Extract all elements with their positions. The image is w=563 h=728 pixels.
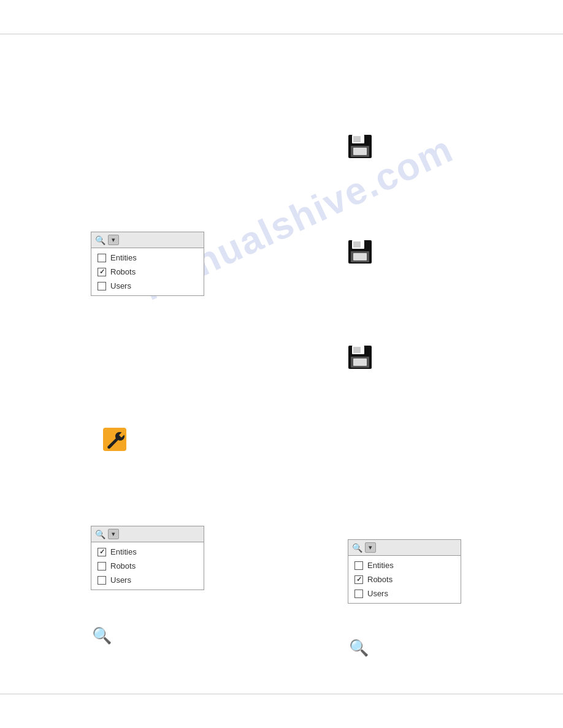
checkbox-entities-box-bottom-right[interactable] (354, 561, 363, 570)
checkbox-users-bottom-left[interactable]: Users (98, 575, 197, 585)
svg-rect-12 (353, 347, 361, 353)
checkbox-users-label-bottom-right: Users (367, 589, 388, 598)
checkbox-users-box-top-left[interactable] (98, 282, 106, 290)
svg-rect-14 (353, 358, 367, 366)
checkbox-robots-label-top-left: Robots (110, 267, 136, 276)
checkbox-robots-bottom-right[interactable]: Robots (354, 575, 454, 584)
checkbox-entities-label-bottom-left: Entities (110, 547, 137, 556)
checkbox-entities-top-left[interactable]: Entities (98, 253, 197, 262)
top-divider (0, 34, 563, 34)
dropdown-items-bottom-right: Entities Robots Users (348, 556, 461, 603)
search-icon-bottom-right: 🔍 (352, 543, 362, 553)
checkbox-entities-label-bottom-right: Entities (367, 561, 394, 570)
checkbox-users-label-bottom-left: Users (110, 575, 131, 585)
checkbox-users-top-left[interactable]: Users (98, 281, 197, 290)
svg-rect-9 (353, 253, 367, 260)
floppy-icon-3 (347, 344, 373, 372)
dropdown-header-bottom-right[interactable]: 🔍 ▾ (348, 540, 461, 556)
dropdown-arrow-bottom-right[interactable]: ▾ (365, 542, 376, 553)
dropdown-top-left: 🔍 ▾ Entities Robots Users (91, 232, 204, 296)
svg-rect-7 (353, 241, 361, 248)
search-magnifier-right: 🔍 (349, 639, 369, 658)
search-icon-bottom-left: 🔍 (95, 529, 105, 539)
dropdown-bottom-right: 🔍 ▾ Entities Robots Users (348, 539, 461, 604)
search-icon-top-left: 🔍 (95, 235, 105, 245)
checkbox-users-bottom-right[interactable]: Users (354, 589, 454, 598)
dropdown-items-top-left: Entities Robots Users (91, 248, 204, 295)
checkbox-entities-bottom-right[interactable]: Entities (354, 561, 454, 570)
checkbox-entities-box-bottom-left[interactable] (98, 548, 106, 556)
checkbox-robots-box-top-left[interactable] (98, 268, 106, 276)
dropdown-items-bottom-left: Entities Robots Users (91, 542, 204, 590)
checkbox-users-label-top-left: Users (110, 281, 131, 290)
checkbox-robots-label-bottom-left: Robots (110, 561, 136, 571)
checkbox-users-box-bottom-right[interactable] (354, 590, 363, 598)
checkbox-entities-label-top-left: Entities (110, 253, 137, 262)
checkbox-robots-label-bottom-right: Robots (367, 575, 393, 584)
dropdown-arrow-top-left[interactable]: ▾ (108, 235, 119, 245)
dropdown-header-bottom-left[interactable]: 🔍 ▾ (91, 526, 204, 542)
dropdown-header-top-left[interactable]: 🔍 ▾ (91, 232, 204, 248)
floppy-icon-1 (347, 134, 373, 161)
dropdown-arrow-bottom-left[interactable]: ▾ (108, 529, 119, 539)
svg-rect-4 (353, 148, 367, 155)
checkbox-robots-top-left[interactable]: Robots (98, 267, 197, 276)
checkbox-entities-bottom-left[interactable]: Entities (98, 547, 197, 556)
checkbox-users-box-bottom-left[interactable] (98, 576, 106, 585)
floppy-icon-2 (347, 239, 373, 267)
checkbox-robots-bottom-left[interactable]: Robots (98, 561, 197, 571)
search-magnifier-left: 🔍 (92, 626, 112, 645)
checkbox-robots-box-bottom-right[interactable] (354, 575, 363, 584)
bottom-divider (0, 694, 563, 694)
dropdown-bottom-left: 🔍 ▾ Entities Robots Users (91, 526, 204, 590)
svg-rect-2 (353, 136, 361, 142)
tool-icon (103, 428, 126, 453)
checkbox-robots-box-bottom-left[interactable] (98, 562, 106, 571)
checkbox-entities-box-top-left[interactable] (98, 254, 106, 262)
